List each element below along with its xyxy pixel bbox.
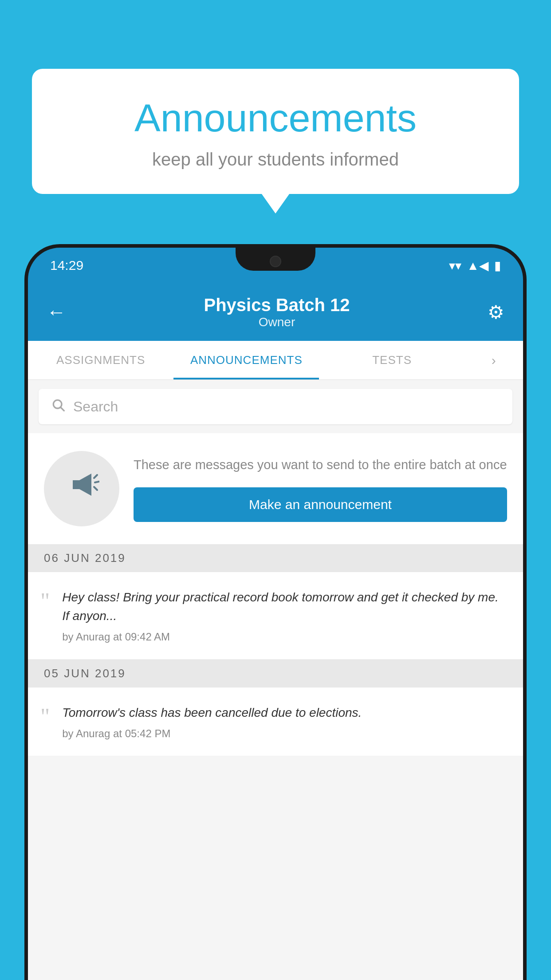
tab-more[interactable]: › — [465, 341, 523, 379]
phone-inner: 14:29 ▾▾ ▲◀ ▮ ← Physics Batch 12 Owner ⚙… — [28, 248, 523, 980]
announcement-text-1: Hey class! Bring your practical record b… — [62, 588, 507, 625]
svg-line-5 — [94, 487, 97, 490]
announcement-meta-1: by Anurag at 09:42 AM — [62, 631, 507, 643]
quote-icon-1: " — [40, 590, 50, 613]
announcement-meta-2: by Anurag at 05:42 PM — [62, 727, 507, 740]
header-subtitle: Owner — [204, 315, 350, 329]
phone-camera — [270, 256, 281, 267]
announcement-content-2: Tomorrow's class has been cancelled due … — [62, 703, 507, 740]
announcement-content-1: Hey class! Bring your practical record b… — [62, 588, 507, 643]
tab-bar: ASSIGNMENTS ANNOUNCEMENTS TESTS › — [28, 341, 523, 380]
date-label-2: 05 JUN 2019 — [44, 667, 126, 680]
tab-assignments[interactable]: ASSIGNMENTS — [28, 341, 173, 379]
back-button[interactable]: ← — [47, 301, 66, 323]
settings-icon[interactable]: ⚙ — [488, 301, 504, 323]
announcement-text-2: Tomorrow's class has been cancelled due … — [62, 703, 507, 722]
tab-announcements[interactable]: ANNOUNCEMENTS — [173, 341, 319, 379]
date-separator-1: 06 JUN 2019 — [28, 544, 523, 572]
phone-frame: 14:29 ▾▾ ▲◀ ▮ ← Physics Batch 12 Owner ⚙… — [24, 244, 527, 980]
svg-line-4 — [95, 482, 99, 482]
announcement-item-2[interactable]: " Tomorrow's class has been cancelled du… — [28, 688, 523, 756]
megaphone-icon — [64, 467, 99, 511]
tab-tests[interactable]: TESTS — [319, 341, 464, 379]
megaphone-circle — [44, 451, 119, 526]
bubble-title: Announcements — [67, 95, 484, 141]
phone-notch — [236, 248, 315, 271]
screen-content: Search — [28, 380, 523, 980]
announcement-item-1[interactable]: " Hey class! Bring your practical record… — [28, 572, 523, 660]
status-time: 14:29 — [50, 258, 83, 273]
bubble-subtitle: keep all your students informed — [67, 150, 484, 170]
header-title: Physics Batch 12 — [204, 295, 350, 315]
date-separator-2: 05 JUN 2019 — [28, 660, 523, 688]
date-label-1: 06 JUN 2019 — [44, 551, 126, 565]
quote-icon-2: " — [40, 705, 50, 728]
empty-state: These are messages you want to send to t… — [28, 433, 523, 544]
search-bar[interactable]: Search — [39, 389, 512, 424]
signal-icon: ▲◀ — [467, 258, 489, 273]
battery-icon: ▮ — [494, 258, 501, 273]
svg-line-1 — [61, 407, 64, 411]
speech-bubble: Announcements keep all your students inf… — [32, 69, 519, 194]
wifi-icon: ▾▾ — [449, 258, 461, 273]
status-icons: ▾▾ ▲◀ ▮ — [449, 258, 501, 273]
empty-description: These are messages you want to send to t… — [134, 455, 507, 475]
search-placeholder: Search — [73, 399, 118, 415]
make-announcement-button[interactable]: Make an announcement — [134, 487, 507, 522]
app-header: ← Physics Batch 12 Owner ⚙ — [28, 283, 523, 341]
header-center: Physics Batch 12 Owner — [204, 295, 350, 329]
speech-bubble-container: Announcements keep all your students inf… — [32, 69, 519, 194]
svg-line-3 — [94, 475, 97, 478]
search-icon — [51, 397, 65, 416]
empty-right: These are messages you want to send to t… — [134, 455, 507, 522]
svg-marker-2 — [73, 474, 91, 496]
